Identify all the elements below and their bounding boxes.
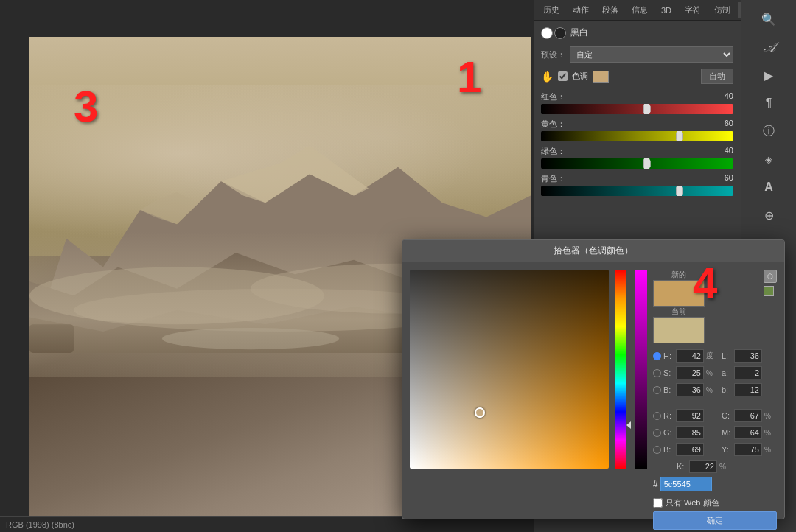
toolbar-play-button[interactable]: ▶ — [754, 62, 783, 88]
input-B[interactable] — [676, 383, 704, 396]
web-only-checkbox[interactable] — [653, 498, 663, 508]
preset-select[interactable]: 自定 — [570, 46, 733, 63]
input-C[interactable] — [734, 409, 762, 422]
input-K[interactable] — [689, 460, 717, 473]
info-icon: ⓘ — [763, 124, 775, 139]
field-S-row: S: % a: — [653, 366, 777, 379]
field-K-row: K: % — [653, 460, 777, 473]
slider-yellow-track[interactable] — [541, 131, 733, 141]
input-G[interactable] — [676, 426, 704, 439]
unit-B: % — [706, 386, 716, 394]
input-b[interactable] — [734, 383, 762, 396]
white-circle-icon — [541, 27, 553, 39]
color-gradient-picker[interactable] — [410, 270, 609, 469]
slider-green-label: 绿色： — [541, 146, 565, 157]
input-M[interactable] — [734, 426, 762, 439]
label-H: H: — [663, 351, 674, 360]
gradient-background — [410, 270, 609, 469]
radio-H[interactable] — [653, 352, 661, 360]
hue-strip[interactable] — [615, 270, 626, 469]
slider-cyan-label: 青色： — [541, 173, 565, 184]
web-safe-icon[interactable]: ⬡ — [764, 270, 777, 283]
slider-yellow-label: 黄色： — [541, 119, 565, 130]
preset-row: 预设： 自定 — [541, 46, 733, 63]
slider-green-track[interactable] — [541, 158, 733, 169]
auto-button[interactable]: 自动 — [701, 69, 733, 84]
slider-cyan-thumb[interactable] — [676, 186, 683, 196]
label-M: M: — [722, 428, 732, 437]
toolbar-paragraph-button[interactable]: ¶ — [754, 90, 783, 116]
toolbar-clone-button[interactable]: ⊕ — [754, 202, 783, 228]
label-S: S: — [663, 368, 674, 377]
slider-green-thumb[interactable] — [643, 158, 651, 169]
slider-yellow-thumb[interactable] — [676, 131, 683, 141]
label-R: R: — [663, 411, 674, 420]
radio-R[interactable] — [653, 412, 661, 420]
field-G-row: G: M: % — [653, 426, 777, 439]
toolbar-font-button[interactable]: A — [754, 174, 783, 200]
radio-G[interactable] — [653, 429, 661, 437]
slider-red-thumb[interactable] — [643, 104, 651, 114]
label-G: G: — [663, 428, 674, 437]
slider-yellow-value: 60 — [725, 119, 733, 130]
tab-actions[interactable]: 动作 — [567, 2, 595, 18]
paragraph-icon: ¶ — [766, 97, 772, 110]
tint-checkbox[interactable] — [558, 71, 568, 81]
web-checkbox-row: 只有 Web 颜色 — [653, 497, 777, 508]
tab-info[interactable]: 信息 — [626, 2, 654, 18]
color-picker-dialog: 拾色器（色调颜色） 新的 当前 — [402, 239, 785, 519]
label-a: a: — [722, 368, 732, 377]
black-circle-icon — [554, 27, 566, 39]
add-swatch-icon[interactable] — [764, 286, 774, 296]
hex-input[interactable] — [660, 477, 712, 491]
tab-paragraph[interactable]: 段落 — [596, 2, 624, 18]
tab-character[interactable]: 字符 — [679, 2, 707, 18]
tint-swatch[interactable] — [593, 71, 609, 83]
tab-clone[interactable]: 仿制 — [708, 2, 736, 18]
toolbar-3d-button[interactable]: ◈ — [754, 146, 783, 172]
input-Y[interactable] — [734, 443, 762, 456]
font-icon: A — [764, 181, 773, 194]
step-3-label: 3 — [74, 81, 98, 132]
label-L: L: — [722, 351, 732, 360]
current-label: 当前 — [671, 307, 686, 317]
label-b: b: — [722, 385, 732, 394]
slider-red-track[interactable] — [541, 104, 733, 114]
unit-C: % — [764, 412, 775, 420]
panel-header: 黑白 — [541, 27, 733, 39]
search-icon: 🔍 — [761, 13, 776, 27]
toolbar-type-button[interactable]: 𝒜 — [754, 34, 783, 60]
label-C: C: — [722, 411, 732, 420]
current-color-swatch — [653, 317, 705, 343]
input-S[interactable] — [676, 366, 704, 379]
tab-history[interactable]: 历史 — [537, 2, 565, 18]
alpha-strip[interactable] — [635, 270, 647, 469]
toolbar-info-button[interactable]: ⓘ — [754, 118, 783, 144]
radio-Bval[interactable] — [653, 446, 661, 454]
toolbar-search-button[interactable]: 🔍 — [754, 6, 783, 32]
radio-S[interactable] — [653, 369, 661, 377]
dialog-title: 拾色器（色调颜色） — [554, 245, 633, 256]
input-L[interactable] — [734, 349, 762, 363]
slider-red-header: 红色： 40 — [541, 91, 733, 102]
panel-title: 黑白 — [570, 27, 588, 39]
tab-3d[interactable]: 3D — [655, 4, 677, 17]
slider-cyan-track[interactable] — [541, 186, 733, 196]
input-a[interactable] — [734, 366, 762, 379]
step-1-label: 1 — [457, 52, 481, 102]
slider-green-header: 绿色： 40 — [541, 146, 733, 157]
input-H[interactable] — [676, 349, 704, 363]
label-K: K: — [677, 462, 687, 471]
field-R-row: R: C: % — [653, 409, 777, 422]
confirm-button[interactable]: 确定 — [653, 511, 777, 530]
unit-Y: % — [764, 446, 775, 454]
input-Bval[interactable] — [676, 443, 704, 456]
slider-yellow-row: 黄色： 60 — [541, 119, 733, 141]
play-icon: ▶ — [764, 69, 773, 83]
web-only-label: 只有 Web 颜色 — [666, 497, 719, 508]
gradient-crosshair — [475, 407, 485, 418]
input-R[interactable] — [676, 409, 704, 422]
radio-B[interactable] — [653, 386, 661, 394]
unit-H: 度 — [706, 351, 716, 361]
bw-icons — [541, 27, 566, 39]
